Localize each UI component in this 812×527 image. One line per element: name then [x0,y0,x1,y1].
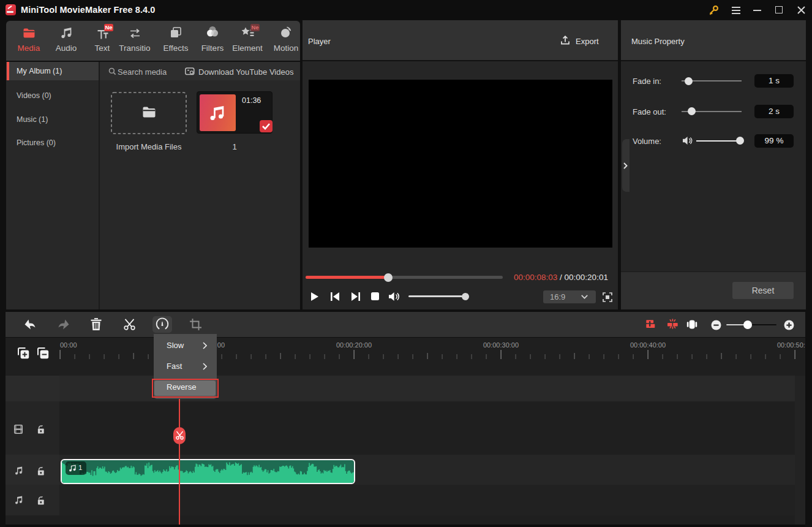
svg-text:00:00:40:00: 00:00:40:00 [630,341,666,349]
svg-text:00:00:30:00: 00:00:30:00 [483,341,519,349]
svg-text:00:00:50:00: 00:00:50:00 [777,341,805,349]
svg-text:00:00: 00:00 [60,341,77,349]
svg-text:00:00:20:00: 00:00:20:00 [336,341,372,349]
